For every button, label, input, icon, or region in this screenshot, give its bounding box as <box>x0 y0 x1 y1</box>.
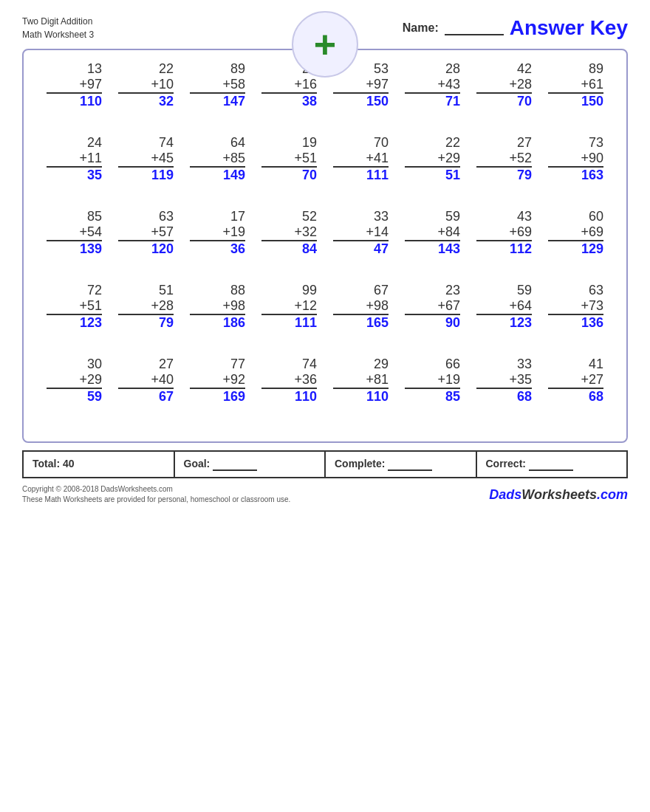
answer: 111 <box>295 315 317 331</box>
num1: 60 <box>589 209 603 224</box>
brand-dads: Dads <box>489 487 521 502</box>
num1: 85 <box>87 209 102 224</box>
problem: 27+4067 <box>118 357 174 405</box>
num1: 74 <box>159 135 174 151</box>
answer: 136 <box>581 315 603 331</box>
answer: 70 <box>517 94 532 109</box>
num1: 59 <box>517 283 532 298</box>
num2: +81 <box>333 372 389 389</box>
problem: 13+97110 <box>47 61 102 109</box>
problem: 23+6790 <box>405 283 460 331</box>
problem: 73+90163 <box>548 135 603 183</box>
num2: +19 <box>190 224 245 241</box>
answer: 186 <box>223 315 245 331</box>
num1: 74 <box>302 357 317 372</box>
title-line2: Math Worksheet 3 <box>22 28 94 41</box>
num2: +12 <box>261 298 317 315</box>
num2: +36 <box>261 372 317 389</box>
num2: +92 <box>190 372 245 389</box>
num1: 70 <box>374 135 389 151</box>
num2: +29 <box>405 151 460 168</box>
answer: 110 <box>366 389 389 405</box>
num2: +32 <box>261 224 317 241</box>
answer: 147 <box>223 94 245 109</box>
num2: +43 <box>405 77 460 94</box>
problem: 41+2768 <box>548 357 603 405</box>
num1: 22 <box>159 61 174 77</box>
num1: 89 <box>589 61 603 77</box>
num1: 89 <box>230 61 245 77</box>
num2: +11 <box>47 151 102 168</box>
title-line1: Two Digit Addition <box>22 15 94 28</box>
num2: +27 <box>548 372 603 389</box>
complete-cell: Complete: <box>326 452 477 477</box>
answer: 84 <box>302 241 317 257</box>
num2: +10 <box>118 77 174 94</box>
total-label: Total: 40 <box>32 458 75 469</box>
num1: 13 <box>87 61 102 77</box>
num2: +69 <box>548 224 603 241</box>
num2: +16 <box>261 77 317 94</box>
num1: 42 <box>517 61 532 77</box>
answer: 169 <box>223 389 245 405</box>
copyright-line2: These Math Worksheets are provided for p… <box>22 495 290 505</box>
problem: 99+12111 <box>261 283 317 331</box>
num2: +28 <box>476 77 532 94</box>
answer: 139 <box>80 241 102 257</box>
num1: 27 <box>517 135 532 151</box>
num1: 43 <box>517 209 532 224</box>
total-cell: Total: 40 <box>24 452 175 477</box>
num1: 33 <box>517 357 532 372</box>
problem: 89+61150 <box>548 61 603 109</box>
problem: 28+4371 <box>405 61 460 109</box>
answer: 150 <box>581 94 603 109</box>
num2: +90 <box>548 151 603 168</box>
problem: 74+45119 <box>118 135 174 183</box>
num1: 66 <box>445 357 460 372</box>
problem: 22+2951 <box>405 135 460 183</box>
num1: 23 <box>445 283 460 298</box>
num2: +58 <box>190 77 245 94</box>
answer: 68 <box>517 389 532 405</box>
num1: 28 <box>445 61 460 77</box>
problem: 19+5170 <box>261 135 317 183</box>
num1: 22 <box>445 135 460 151</box>
correct-label: Correct: <box>486 458 526 469</box>
num2: +51 <box>47 298 102 315</box>
problem: 63+57120 <box>118 209 174 257</box>
answer: 110 <box>295 389 317 405</box>
problem: 72+51123 <box>47 283 102 331</box>
num1: 73 <box>589 135 603 151</box>
num2: +69 <box>476 224 532 241</box>
num2: +61 <box>548 77 603 94</box>
copyright-text: Copyright © 2008-2018 DadsWorksheets.com… <box>22 484 290 505</box>
goal-line <box>213 458 257 471</box>
num2: +19 <box>405 372 460 389</box>
num1: 41 <box>589 357 603 372</box>
num1: 67 <box>374 283 389 298</box>
answer: 123 <box>80 315 102 331</box>
problem-row-3: 85+5413963+5712017+193652+328433+144759+… <box>38 209 612 257</box>
problem: 59+84143 <box>405 209 460 257</box>
num2: +57 <box>118 224 174 241</box>
answer: 119 <box>151 168 174 183</box>
problem: 59+64123 <box>476 283 532 331</box>
num2: +98 <box>190 298 245 315</box>
header-left: Two Digit Addition Math Worksheet 3 <box>22 15 94 41</box>
answer: 165 <box>366 315 389 331</box>
num1: 17 <box>230 209 245 224</box>
problem-row-5: 30+295927+406777+9216974+3611029+8111066… <box>38 357 612 405</box>
answer: 143 <box>438 241 460 257</box>
problem: 33+1447 <box>333 209 389 257</box>
problem: 17+1936 <box>190 209 245 257</box>
num2: +97 <box>333 77 389 94</box>
brand-worksheets: Worksheets <box>521 487 597 502</box>
answer: 79 <box>517 168 532 183</box>
answer: 38 <box>302 94 317 109</box>
name-label: Name: <box>403 21 439 35</box>
num2: +73 <box>548 298 603 315</box>
goal-label: Goal: <box>184 458 211 469</box>
complete-line <box>388 458 432 471</box>
problem-row-4: 72+5112351+287988+9818699+1211167+981652… <box>38 283 612 331</box>
problem: 64+85149 <box>190 135 245 183</box>
